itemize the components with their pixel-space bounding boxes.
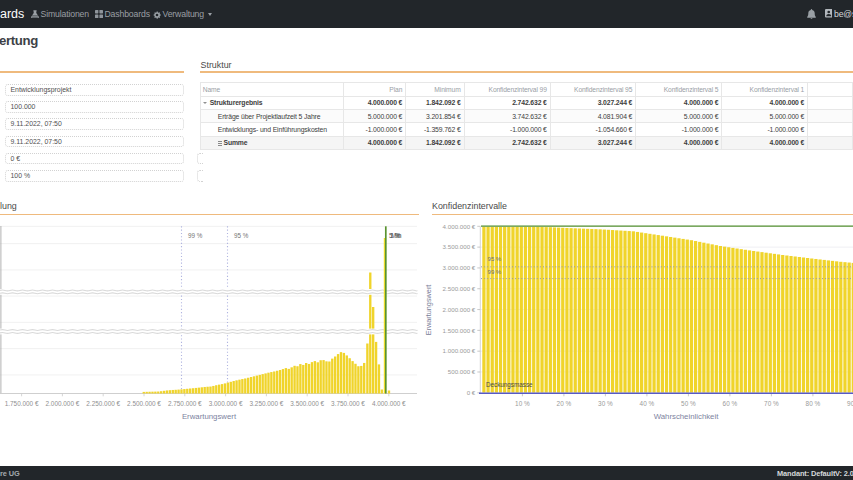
svg-text:30 %: 30 % <box>598 400 613 407</box>
svg-text:70 %: 70 % <box>764 400 779 407</box>
svg-text:1.500.000 €: 1.500.000 € <box>443 327 476 334</box>
svg-text:Erwartungswert: Erwartungswert <box>182 412 237 421</box>
svg-text:1.000.000 €: 1.000.000 € <box>443 347 476 354</box>
svg-text:Erwartungswert: Erwartungswert <box>425 285 433 336</box>
svg-text:60 %: 60 % <box>723 400 738 407</box>
svg-text:2.000.000 €: 2.000.000 € <box>46 400 80 407</box>
svg-text:Min: Min <box>391 232 402 239</box>
svg-text:3.250.000 €: 3.250.000 € <box>250 400 284 407</box>
svg-text:2.000.000 €: 2.000.000 € <box>443 306 476 313</box>
svg-text:99 %: 99 % <box>188 232 203 239</box>
svg-text:2.750.000 €: 2.750.000 € <box>168 400 202 407</box>
svg-text:4.000.000 €: 4.000.000 € <box>443 223 476 230</box>
svg-text:3.750.000 €: 3.750.000 € <box>331 400 365 407</box>
svg-text:95 %: 95 % <box>234 232 249 239</box>
svg-text:10 %: 10 % <box>515 400 530 407</box>
svg-text:1.750.000 €: 1.750.000 € <box>5 400 39 407</box>
svg-text:3.500.000 €: 3.500.000 € <box>443 243 476 250</box>
svg-text:2.500.000 €: 2.500.000 € <box>443 285 476 292</box>
svg-text:2.250.000 €: 2.250.000 € <box>86 400 120 407</box>
svg-text:80 %: 80 % <box>806 400 821 407</box>
svg-text:2.500.000 €: 2.500.000 € <box>127 400 161 407</box>
svg-text:3.000.000 €: 3.000.000 € <box>443 264 476 271</box>
svg-text:50 %: 50 % <box>681 400 696 407</box>
svg-text:Wahrscheinlichkeit: Wahrscheinlichkeit <box>654 412 720 421</box>
svg-text:3.000.000 €: 3.000.000 € <box>209 400 243 407</box>
svg-text:4.000.000 €: 4.000.000 € <box>372 400 406 407</box>
svg-text:40 %: 40 % <box>640 400 655 407</box>
svg-text:3.500.000 €: 3.500.000 € <box>290 400 324 407</box>
svg-text:0 €: 0 € <box>467 389 476 396</box>
svg-text:20 %: 20 % <box>557 400 572 407</box>
svg-text:500.000 €: 500.000 € <box>448 368 476 375</box>
svg-text:90 %: 90 % <box>847 400 853 407</box>
svg-text:99 %: 99 % <box>488 268 502 275</box>
svg-text:Deckungsmasse: Deckungsmasse <box>486 381 533 389</box>
svg-text:95 %: 95 % <box>488 255 502 262</box>
